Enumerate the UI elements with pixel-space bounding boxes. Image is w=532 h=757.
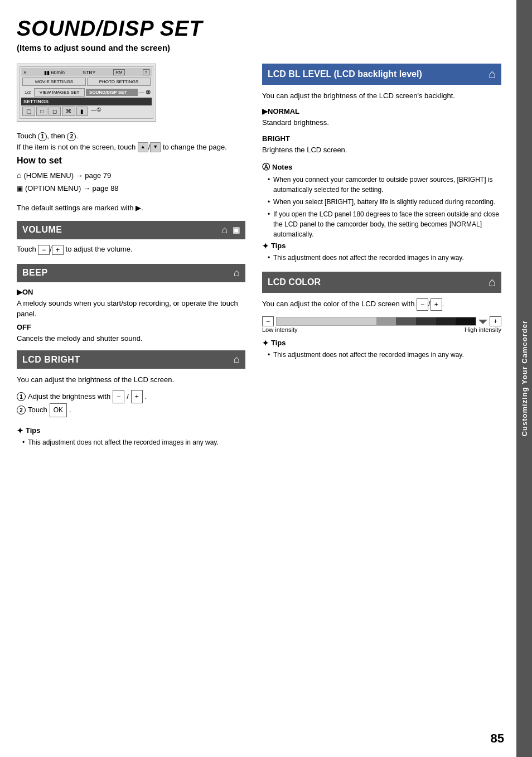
cam-settings-bar: SETTINGS xyxy=(21,98,152,105)
lcd-bright-tip-1: This adjustment does not affect the reco… xyxy=(22,437,245,447)
subtitle: (Items to adjust sound and the screen) xyxy=(17,43,501,52)
cam-icon1: ▢ xyxy=(22,107,35,116)
left-column: × ▮▮ 60min STBY RM ? MOVIE SETTINGS PHOT… xyxy=(17,64,245,450)
down-btn: ▼ xyxy=(150,142,161,152)
cam-icon-row: ▢ □ ◻ ⌘ ▮ —① xyxy=(21,105,152,117)
lcd-minus-btn[interactable]: − xyxy=(113,390,124,403)
home-icon: ⌂ xyxy=(17,169,21,182)
color-minus-btn[interactable]: − xyxy=(417,298,428,311)
home-menu-item: ⌂ (HOME MENU) → page 79 xyxy=(17,169,245,182)
lcd-bl-bright-body: Brightens the LCD screen. xyxy=(262,144,501,156)
circle-step1: 1 xyxy=(17,392,26,401)
beep-section-bar: BEEP ⌂ xyxy=(17,264,245,282)
color-tips-icon: ✦ xyxy=(262,339,269,348)
cam-icon4: ⌘ xyxy=(62,107,75,116)
slider-dark-2 xyxy=(416,317,436,325)
lcd-bl-normal: ▶NORMAL Standard brightness. xyxy=(262,107,501,128)
page-container: SOUND/DISP SET (Items to adjust sound an… xyxy=(0,0,532,757)
lcd-bl-home-icon: ⌂ xyxy=(489,67,496,81)
default-settings-text: The default settings are marked with ▶. xyxy=(17,204,245,212)
cam-photo-settings: PHOTO SETTINGS xyxy=(87,78,151,86)
how-to-set-heading: How to set xyxy=(17,156,245,166)
lcd-bl-bright: BRIGHT Brightens the LCD screen. xyxy=(262,134,501,156)
slider-light-1 xyxy=(277,317,297,325)
camera-ui-screenshot: × ▮▮ 60min STBY RM ? MOVIE SETTINGS PHOT… xyxy=(17,64,156,122)
side-tab-label: Customizing Your Camcorder xyxy=(520,320,529,436)
beep-on-body: A melody sounds when you start/stop reco… xyxy=(17,298,245,320)
circle-1: 1 xyxy=(38,132,47,141)
lcd-color-section-bar: LCD COLOR ⌂ xyxy=(262,272,501,293)
lcd-bl-normal-body: Standard brightness. xyxy=(262,117,501,128)
volume-bar-icons: ⌂ ▣ xyxy=(221,224,240,236)
beep-on-subsection: ▶ON A melody sounds when you start/stop … xyxy=(17,288,245,344)
low-intensity-label: Low intensity xyxy=(262,326,298,333)
slider-dark-4 xyxy=(456,317,476,325)
circle-step2: 2 xyxy=(17,406,26,414)
slider-plus: + xyxy=(490,316,501,326)
color-plus-btn[interactable]: + xyxy=(431,298,442,311)
cam-row3: 1/2 VIEW IMAGES SET SOUND/DISP SET — ② xyxy=(21,87,152,98)
slider-mid-1 xyxy=(376,317,396,325)
lcd-bright-content: You can adjust the brightness of the LCD… xyxy=(17,374,245,417)
tips-icon: ✦ xyxy=(17,426,23,435)
main-content: SOUND/DISP SET (Items to adjust sound an… xyxy=(0,0,532,757)
slider-light-2 xyxy=(297,317,317,325)
lcd-bl-notes-heading: Ⓐ Notes xyxy=(262,162,501,172)
page-number: 85 xyxy=(491,731,504,746)
two-col-layout: × ▮▮ 60min STBY RM ? MOVIE SETTINGS PHOT… xyxy=(17,64,501,450)
lcd-bl-normal-label: ▶NORMAL xyxy=(262,107,501,115)
beep-home-icon: ⌂ xyxy=(234,267,240,279)
slider-track xyxy=(276,317,476,326)
side-tab: Customizing Your Camcorder xyxy=(516,0,532,757)
lcd-step1: 1 Adjust the brightness with −/+ . xyxy=(17,390,245,403)
cam-icon5: ▮ xyxy=(76,107,88,116)
lcd-bl-bright-label: BRIGHT xyxy=(262,134,501,143)
lcd-bl-note-3: If you open the LCD panel 180 degrees to… xyxy=(268,209,501,239)
lcd-color-tips-heading: ✦ Tips xyxy=(262,339,501,348)
cam-view-images: VIEW IMAGES SET xyxy=(34,88,85,97)
touch-instructions: Touch 1, then 2. If the item is not on t… xyxy=(17,131,245,152)
page-title: SOUND/DISP SET xyxy=(17,17,501,41)
volume-section-bar: VOLUME ⌂ ▣ xyxy=(17,221,245,239)
slider-light-4 xyxy=(336,317,356,325)
lcd-bl-intro: You can adjust the brightness of the LCD… xyxy=(262,90,501,102)
cam-movie-settings: MOVIE SETTINGS xyxy=(22,78,86,86)
notes-icon: Ⓐ xyxy=(262,162,270,172)
beep-off-label: OFF xyxy=(17,323,245,331)
lcd-bright-home-icon: ⌂ xyxy=(234,354,240,365)
option-icon: ▣ xyxy=(17,183,23,194)
bl-tips-icon: ✦ xyxy=(262,242,269,250)
slider-labels: Low intensity High intensity xyxy=(262,326,501,333)
minus-btn[interactable]: − xyxy=(38,245,50,255)
ok-btn[interactable]: OK xyxy=(50,403,67,417)
lcd-color-home-icon: ⌂ xyxy=(489,275,496,290)
slider-indicator xyxy=(478,320,487,324)
lcd-bright-section-bar: LCD BRIGHT ⌂ xyxy=(17,350,245,369)
volume-text: Touch −/+ to adjust the volume. xyxy=(17,245,245,255)
color-slider-row: − xyxy=(262,316,501,326)
lcd-bl-tip-1: This adjustment does not affect the reco… xyxy=(268,253,501,263)
lcd-bl-section-bar: LCD BL LEVEL (LCD backlight level) ⌂ xyxy=(262,64,501,85)
how-to-set: How to set ⌂ (HOME MENU) → page 79 ▣ (OP… xyxy=(17,156,245,195)
lcd-bl-note-1: When you connect your camcorder to outsi… xyxy=(268,175,501,195)
color-slider-wrapper: − xyxy=(262,316,501,333)
lcd-bright-intro: You can adjust the brightness of the LCD… xyxy=(17,374,245,385)
option-menu-item: ▣ (OPTION MENU) → page 88 xyxy=(17,182,245,195)
lcd-bright-icons: ⌂ xyxy=(234,354,240,365)
circle-2: 2 xyxy=(67,132,76,141)
lcd-color-tips-list: This adjustment does not affect the reco… xyxy=(262,350,501,360)
high-intensity-label: High intensity xyxy=(465,326,501,333)
lcd-plus-btn[interactable]: + xyxy=(131,390,143,403)
beep-on-label: ▶ON xyxy=(17,288,245,296)
slider-dark-3 xyxy=(436,317,456,325)
beep-off-body: Cancels the melody and shutter sound. xyxy=(17,333,245,344)
lcd-bright-tips-heading: ✦ Tips xyxy=(17,426,245,435)
slider-light-3 xyxy=(316,317,336,325)
beep-bar-icons: ⌂ xyxy=(234,267,240,279)
lcd-color-intro: You can adjust the color of the LCD scre… xyxy=(262,298,501,311)
cam-icon2: □ xyxy=(36,107,47,116)
plus-btn[interactable]: + xyxy=(52,245,64,255)
cam-status-bar: × ▮▮ 60min STBY RM ? xyxy=(21,68,152,76)
cam-icon3: ◻ xyxy=(49,107,61,116)
lcd-bl-note-2: When you select [BRIGHT], battery life i… xyxy=(268,197,501,207)
